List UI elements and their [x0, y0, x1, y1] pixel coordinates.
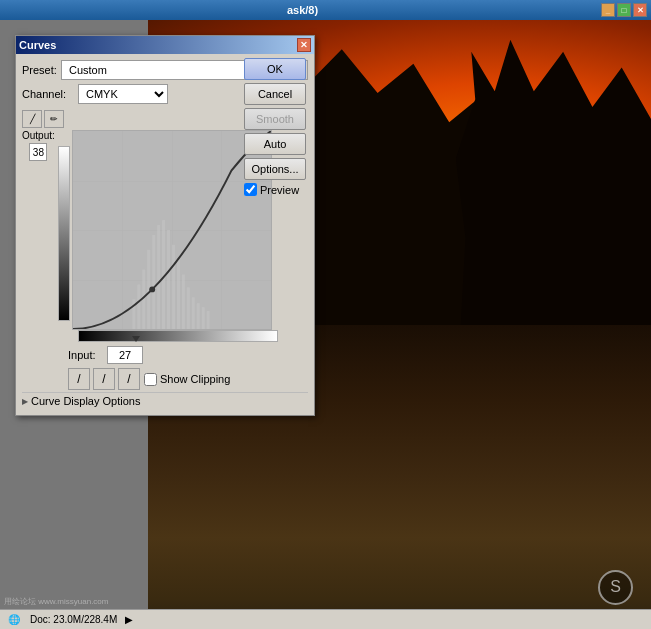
doc-info: Doc: 23.0M/228.4M	[30, 614, 117, 625]
show-clipping-checkbox[interactable]	[144, 373, 157, 386]
svg-rect-13	[197, 303, 200, 329]
status-icon-left: 🌐	[6, 612, 22, 628]
horizontal-gradient	[78, 330, 278, 342]
gray-eyedropper[interactable]: /	[93, 368, 115, 390]
eyedropper-area: / / /	[68, 368, 140, 390]
black-eyedropper[interactable]: /	[68, 368, 90, 390]
titlebar-buttons: _ □ ✕	[601, 3, 647, 17]
curve-section: ╱ ✏ Output: 38	[22, 108, 308, 409]
bottom-gradient-row	[58, 330, 278, 342]
svg-rect-9	[177, 260, 180, 329]
svg-rect-14	[202, 307, 205, 329]
cancel-button[interactable]: Cancel	[244, 83, 306, 105]
input-value[interactable]: 27	[107, 346, 143, 364]
svg-rect-7	[167, 230, 170, 329]
output-label: Output:	[22, 130, 55, 141]
options-button[interactable]: Options...	[244, 158, 306, 180]
status-bar: 🌐 Doc: 23.0M/228.4M ▶	[0, 609, 651, 629]
outer-titlebar: ask/8) _ □ ✕	[0, 0, 651, 20]
input-row: Input: 27	[22, 346, 308, 364]
svg-rect-15	[206, 311, 209, 329]
svg-rect-1	[137, 284, 140, 329]
preview-row: Preview	[244, 183, 306, 196]
svg-rect-11	[187, 287, 190, 329]
watermark-text: 用绘论坛 www.missyuan.com	[4, 596, 108, 607]
input-label: Input:	[68, 349, 103, 361]
output-value[interactable]: 38	[29, 143, 47, 161]
logo-watermark: S	[588, 567, 643, 607]
eyedropper-row: / / / Show Clipping	[22, 368, 308, 390]
preview-label: Preview	[260, 184, 299, 196]
curve-display-options-row[interactable]: ▶ Curve Display Options	[22, 392, 308, 409]
curves-dialog-title: Curves	[19, 39, 297, 51]
pencil-tool[interactable]: ✏	[44, 110, 64, 128]
main-window: ask/8) _ □ ✕ 用绘论坛 www.missyuan.com S	[0, 0, 651, 629]
curves-close-button[interactable]: ✕	[297, 38, 311, 52]
preset-label: Preset:	[22, 64, 57, 76]
play-button[interactable]: ▶	[125, 614, 133, 625]
svg-rect-8	[172, 245, 175, 329]
outer-window-title: ask/8)	[4, 4, 601, 16]
logo-circle: S	[598, 570, 633, 605]
smooth-button[interactable]: Smooth	[244, 108, 306, 130]
output-area: Output: 38	[22, 130, 55, 342]
svg-rect-10	[182, 275, 185, 329]
ok-button[interactable]: OK	[244, 58, 306, 80]
input-marker	[132, 336, 140, 342]
curve-draw-tool[interactable]: ╱	[22, 110, 42, 128]
logo-text: S	[610, 578, 621, 596]
svg-rect-5	[157, 225, 160, 329]
close-button[interactable]: ✕	[633, 3, 647, 17]
right-buttons: OK Cancel Smooth Auto Options... Preview	[244, 58, 306, 196]
svg-point-16	[149, 286, 155, 292]
curves-titlebar: Curves ✕	[16, 36, 314, 54]
show-clipping-row: Show Clipping	[144, 373, 230, 386]
channel-label: Channel:	[22, 88, 74, 100]
maximize-button[interactable]: □	[617, 3, 631, 17]
vertical-gradient	[58, 146, 70, 321]
svg-rect-4	[152, 235, 155, 329]
spacer	[58, 330, 76, 342]
svg-rect-12	[192, 297, 195, 329]
auto-button[interactable]: Auto	[244, 133, 306, 155]
triangle-icon: ▶	[22, 397, 28, 406]
curves-graph[interactable]	[72, 130, 272, 330]
white-eyedropper[interactable]: /	[118, 368, 140, 390]
preview-checkbox[interactable]	[244, 183, 257, 196]
show-clipping-label: Show Clipping	[160, 373, 230, 385]
curves-dialog: Curves ✕ Preset: Custom ≡ Channel: C	[15, 35, 315, 416]
minimize-button[interactable]: _	[601, 3, 615, 17]
curves-body: Preset: Custom ≡ Channel: CMYK	[16, 54, 314, 415]
channel-select[interactable]: CMYK	[78, 84, 168, 104]
histogram-svg	[73, 131, 271, 329]
curve-display-options-label: Curve Display Options	[31, 395, 140, 407]
curve-tools: ╱ ✏	[22, 110, 64, 128]
